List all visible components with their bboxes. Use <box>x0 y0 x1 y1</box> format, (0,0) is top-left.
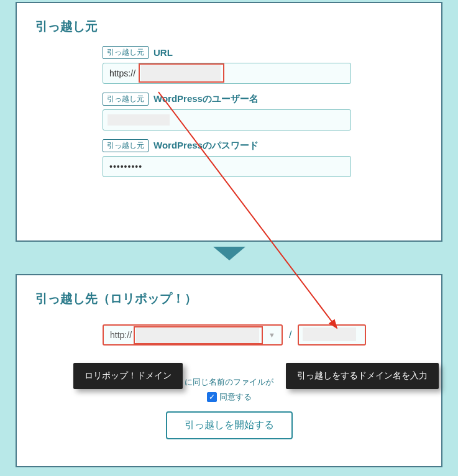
callout-domain: ロリポップ！ドメイン <box>73 363 183 389</box>
caret-down-icon: ▼ <box>268 331 275 339</box>
source-title: 引っ越し元 <box>35 18 423 35</box>
source-user-label: WordPressのユーザー名 <box>153 93 259 105</box>
source-url-field: 引っ越し元 URL <box>103 46 423 84</box>
source-pass-input[interactable] <box>103 156 351 177</box>
redaction-domain <box>136 328 259 343</box>
dest-domain-value: http:// <box>110 330 132 340</box>
flow-arrow <box>2 247 456 267</box>
source-panel: 引っ越し元 引っ越し元 URL 引っ越し元 WordPressのユーザー名 引っ… <box>16 2 442 242</box>
start-migration-button[interactable]: 引っ越しを開始する <box>166 411 293 439</box>
chevron-down-icon <box>213 247 245 260</box>
source-tag-3: 引っ越し元 <box>103 139 149 152</box>
redaction-subdir <box>303 327 356 341</box>
source-pass-field: 引っ越し元 WordPressのパスワード <box>103 139 423 177</box>
redaction-url <box>141 65 221 81</box>
callout-subdir: 引っ越しをするドメイン名を入力 <box>286 363 439 389</box>
path-separator: / <box>288 329 293 341</box>
source-url-label: URL <box>153 47 173 58</box>
source-tag-2: 引っ越し元 <box>103 93 149 106</box>
source-pass-label: WordPressのパスワード <box>153 140 259 152</box>
source-user-field: 引っ越し元 WordPressのユーザー名 <box>103 93 423 130</box>
consent-partial-text: に同じ名前のファイルが <box>185 377 273 388</box>
redaction-user <box>108 114 170 126</box>
dest-domain-select[interactable]: http:// ▼ <box>103 324 283 346</box>
consent-label: 同意する <box>219 391 252 403</box>
consent-checkbox[interactable]: ✓ <box>207 392 217 402</box>
source-tag: 引っ越し元 <box>103 46 149 59</box>
dest-domain-row: http:// ▼ / <box>103 324 423 346</box>
dest-title: 引っ越し先（ロリポップ！） <box>35 290 423 307</box>
source-url-input[interactable] <box>103 63 351 84</box>
